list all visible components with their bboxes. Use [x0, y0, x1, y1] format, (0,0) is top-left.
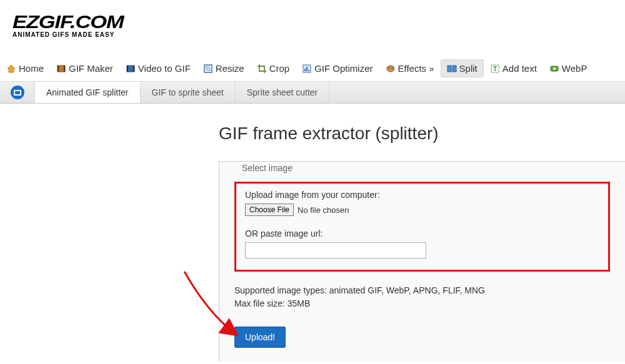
nav-gif-maker[interactable]: GIF Maker	[50, 59, 119, 77]
main-content: GIF frame extractor (splitter) Select im…	[0, 104, 625, 362]
logo-text: EZGIF.COM	[12, 11, 625, 32]
form-area: Select image Upload image from your comp…	[219, 161, 625, 362]
upload-label: Upload image from your computer:	[245, 190, 599, 200]
nav-label: Add text	[502, 63, 537, 74]
page-title: GIF frame extractor (splitter)	[219, 124, 625, 144]
text-icon: T	[490, 64, 500, 74]
svg-rect-9	[306, 67, 308, 71]
nav-label: GIF Optimizer	[314, 63, 372, 74]
palette-icon	[386, 64, 396, 74]
svg-rect-2	[64, 66, 65, 72]
nav-label: Crop	[269, 63, 290, 74]
nav-label: Home	[19, 63, 44, 74]
film-icon	[126, 64, 136, 74]
highlight-box: Upload image from your computer: Choose …	[234, 182, 610, 272]
svg-rect-5	[133, 66, 134, 72]
url-input[interactable]	[245, 242, 426, 258]
file-status: No file chosen	[298, 205, 349, 215]
film-icon	[56, 64, 66, 74]
nav-gif-optimizer[interactable]: GIF Optimizer	[296, 59, 379, 77]
svg-point-13	[389, 66, 391, 67]
svg-rect-8	[304, 69, 306, 71]
nav-effects[interactable]: Effects »	[379, 59, 441, 77]
tab-label: GIF to sprite sheet	[152, 87, 224, 97]
tab-label: Animated GIF splitter	[46, 87, 129, 97]
nav-label: WebP	[562, 63, 588, 74]
nav-split[interactable]: Split	[441, 59, 484, 77]
svg-rect-10	[308, 70, 309, 71]
nav-label: Video to GIF	[138, 63, 191, 74]
tab-label: Sprite sheet cutter	[247, 87, 318, 97]
or-paste-url-label: OR paste image url:	[245, 229, 599, 239]
crop-icon	[257, 64, 267, 74]
nav-add-text[interactable]: T Add text	[484, 59, 543, 77]
nav-label: GIF Maker	[69, 63, 113, 74]
svg-rect-16	[452, 66, 456, 72]
main-nav: Home GIF Maker Video to GIF Resize Crop …	[0, 56, 625, 81]
svg-point-14	[391, 67, 392, 68]
svg-text:T: T	[493, 66, 497, 72]
nav-resize[interactable]: Resize	[197, 59, 251, 77]
fieldset-legend: Select image	[238, 163, 296, 173]
max-size-text: Max file size: 35MB	[234, 297, 610, 310]
tab-animated-gif-splitter[interactable]: Animated GIF splitter	[35, 82, 141, 103]
webp-icon	[549, 64, 559, 74]
split-circle-icon	[11, 86, 24, 99]
svg-rect-15	[448, 66, 451, 72]
select-image-fieldset: Select image Upload image from your comp…	[219, 162, 625, 362]
nav-label: Resize	[216, 63, 244, 74]
tool-icon	[0, 82, 35, 103]
sub-nav: Animated GIF splitter GIF to sprite shee…	[0, 81, 625, 104]
header: EZGIF.COM ANIMATED GIFS MADE EASY	[0, 0, 625, 44]
svg-rect-1	[58, 66, 59, 72]
nav-crop[interactable]: Crop	[251, 59, 296, 77]
file-input-row: Choose File No file chosen	[245, 204, 599, 216]
resize-icon	[203, 64, 213, 74]
tab-sprite-sheet-cutter[interactable]: Sprite sheet cutter	[236, 82, 330, 103]
home-icon	[6, 64, 16, 74]
upload-button[interactable]: Upload!	[234, 327, 286, 348]
nav-label: Split	[459, 63, 478, 74]
supported-types-text: Supported image types: animated GIF, Web…	[234, 284, 610, 297]
svg-point-12	[388, 67, 389, 68]
split-icon	[447, 64, 457, 74]
nav-home[interactable]: Home	[0, 59, 50, 77]
tab-gif-to-sprite-sheet[interactable]: GIF to sprite sheet	[141, 82, 236, 103]
nav-label: Effects »	[398, 63, 434, 74]
nav-webp[interactable]: WebP	[543, 59, 594, 77]
svg-point-20	[553, 67, 556, 70]
nav-video-to-gif[interactable]: Video to GIF	[119, 59, 197, 77]
svg-rect-4	[127, 66, 128, 72]
choose-file-button[interactable]: Choose File	[245, 204, 294, 216]
optimize-icon	[302, 64, 312, 74]
